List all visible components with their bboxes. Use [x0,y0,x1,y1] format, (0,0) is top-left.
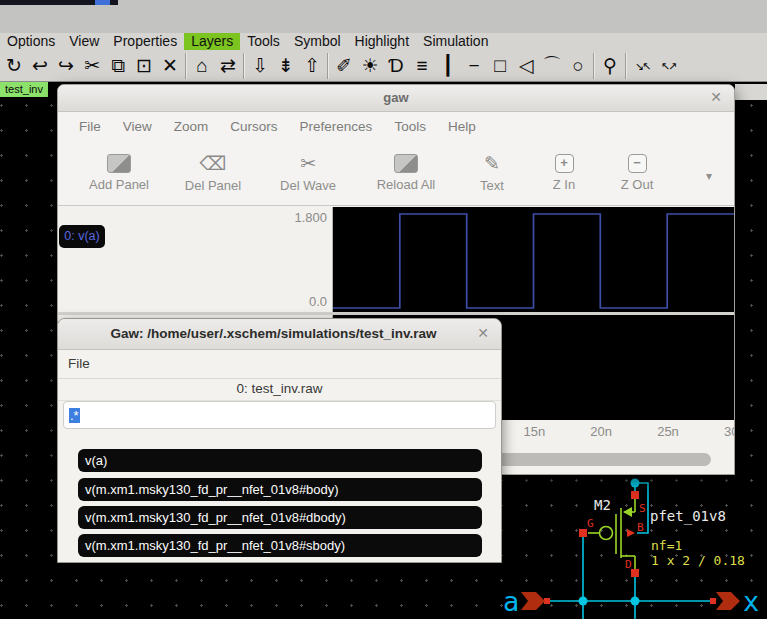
pencil-icon: ✎ [484,154,500,174]
toolbar-separator [327,53,329,79]
swap-file-icon[interactable]: ⇄ [215,51,241,81]
wire-icon[interactable]: ┃ [435,51,461,81]
gaw-window-title: gaw [58,90,734,105]
menu-tools[interactable]: Tools [240,33,287,50]
dialog-titlebar[interactable]: Gaw: /home/user/.xschem/simulations/test… [58,319,501,350]
panel0-label-zone: 0: v(a) 1.800 0.0 [58,207,333,312]
open-file-icon[interactable]: ⌂ [189,51,215,81]
pop-up-icon[interactable]: ⇧ [299,51,325,81]
scissors-icon: ✂ [300,154,316,174]
line-icon[interactable]: − [461,51,487,81]
place-symbol-icon[interactable]: ⇟ [273,51,299,81]
menu-layers[interactable]: Layers [184,33,240,50]
zoom-in-button[interactable]: + Z In [528,145,600,201]
undo-icon[interactable]: ↩ [27,51,53,81]
pmos-bubble-icon [600,527,613,540]
copy-icon[interactable]: ⧉ [105,51,131,81]
wire-junction-dot [631,597,640,606]
zoom-out-arrows-icon[interactable]: ↖↗ [655,51,681,81]
tab-test-inv[interactable]: test_inv [0,82,48,97]
xschem-toolbar: ↻↩↪✂⧉⊡✕⌂⇄⇩⇟⇧✐☀Ɗ≡┃−□◁⌒○⚲↘↖↖↗ [0,50,767,82]
time-tick-label: 15n [524,424,546,439]
menu-properties[interactable]: Properties [106,33,184,50]
net-list-icon[interactable]: ≡ [409,51,435,81]
paste-icon[interactable]: ⊡ [131,51,157,81]
dialog-close-icon[interactable]: ✕ [477,325,489,341]
signal-item-dbody[interactable]: v(m.xm1.msky130_fd_pr__nfet_01v8#dbody) [78,506,482,529]
del-wave-button[interactable]: ✂ Del Wave [260,145,356,201]
filter-selected-text: .* [69,408,80,423]
zoom-out-button[interactable]: − Z Out [600,145,674,201]
input-pin-arrow[interactable] [521,592,545,610]
backspace-icon: ⌫ [200,154,227,174]
cut-icon[interactable]: ✂ [79,51,105,81]
panel0-ymin-label: 0.0 [309,294,327,309]
source-arrow-icon [623,507,632,517]
gaw-menu-tools[interactable]: Tools [383,119,437,134]
redo-icon[interactable]: ↪ [53,51,79,81]
window-edge-strip [735,84,767,100]
gaw-file-dialog: Gaw: /home/user/.xschem/simulations/test… [57,318,502,563]
signal-item-va[interactable]: v(a) [78,449,482,472]
push-down-icon[interactable]: ⇩ [247,51,273,81]
gaw-menu-file[interactable]: File [68,119,112,134]
zoom-in-arrows-icon[interactable]: ↘↖ [629,51,655,81]
output-pin-arrow[interactable] [716,592,740,610]
panel0-plot[interactable] [333,207,734,312]
schematic-drawing[interactable]: M2 pfet_01v8 nf=1 1 x 2 / 0.18 S B D G a… [500,470,767,619]
arc-icon[interactable]: ⌒ [539,51,565,81]
gaw-menu-preferences[interactable]: Preferences [289,119,384,134]
body-arrow-icon [627,529,635,537]
add-panel-button[interactable]: Add Panel [72,145,166,201]
del-panel-button[interactable]: ⌫ Del Panel [166,145,260,201]
dialog-menu-file[interactable]: File [68,356,90,371]
gaw-menu-zoom[interactable]: Zoom [163,119,220,134]
gaw-titlebar[interactable]: gaw ✕ [58,85,734,112]
menu-simulation[interactable]: Simulation [416,33,495,50]
text-button[interactable]: ✎ Text [456,145,528,201]
pin-square-d[interactable] [631,569,639,577]
gaw-menu-view[interactable]: View [112,119,163,134]
gaw-menu-cursors[interactable]: Cursors [219,119,288,134]
pin-label-g: G [587,517,594,530]
pin-square-x[interactable] [710,598,716,604]
toolbar-separator [593,53,595,79]
signal-chip-va[interactable]: 0: v(a) [59,225,105,248]
panel0-ymax-label: 1.800 [294,210,327,225]
pin-label-d: D [625,558,632,571]
signal-item-body[interactable]: v(m.xm1.msky130_fd_pr__nfet_01v8#body) [78,478,482,501]
minus-box-icon: − [628,154,647,173]
gaw-toolbar: Add Panel ⌫ Del Panel ✂ Del Wave Reload … [58,143,734,203]
delete-icon[interactable]: ✕ [157,51,183,81]
pin-label-s: S [639,502,646,515]
dialog-menubar: File [58,350,501,379]
raw-file-label: 0: test_inv.raw [58,381,501,396]
toolbar-separator [185,53,187,79]
wire-junction-dot [579,597,588,606]
pin-square-g[interactable] [579,529,587,537]
signal-item-sbody[interactable]: v(m.xm1.msky130_fd_pr__nfet_01v8#sbody) [78,534,482,557]
toggle-light-icon[interactable]: ☀ [357,51,383,81]
reload-image-icon [394,154,418,173]
raw-file-selector[interactable]: 0: test_inv.raw [58,378,501,401]
gaw-close-icon[interactable]: ✕ [710,89,722,105]
rect-icon[interactable]: □ [487,51,513,81]
param-size-label: 1 x 2 / 0.18 [651,553,745,568]
polygon-icon[interactable]: ◁ [513,51,539,81]
reload-all-button[interactable]: Reload All [356,145,456,201]
gaw-menu-help[interactable]: Help [437,119,487,134]
menu-symbol[interactable]: Symbol [287,33,348,50]
toolbar-overflow-caret-icon[interactable]: ▾ [706,169,712,183]
gate-icon[interactable]: Ɗ [383,51,409,81]
screen: { "xschem": { "tab": { "label": "test_in… [0,0,767,619]
pin-square-s[interactable] [631,491,639,499]
signal-filter-input[interactable]: .* [63,401,496,429]
menu-view[interactable]: View [62,33,106,50]
menu-highlight[interactable]: Highlight [348,33,416,50]
draw-pen-icon[interactable]: ✐ [331,51,357,81]
redraw-icon[interactable]: ↻ [1,51,27,81]
background-window-accent [95,0,110,5]
menu-options[interactable]: Options [0,33,62,50]
circle-icon[interactable]: ○ [565,51,591,81]
zoom-box-icon[interactable]: ⚲ [597,51,623,81]
